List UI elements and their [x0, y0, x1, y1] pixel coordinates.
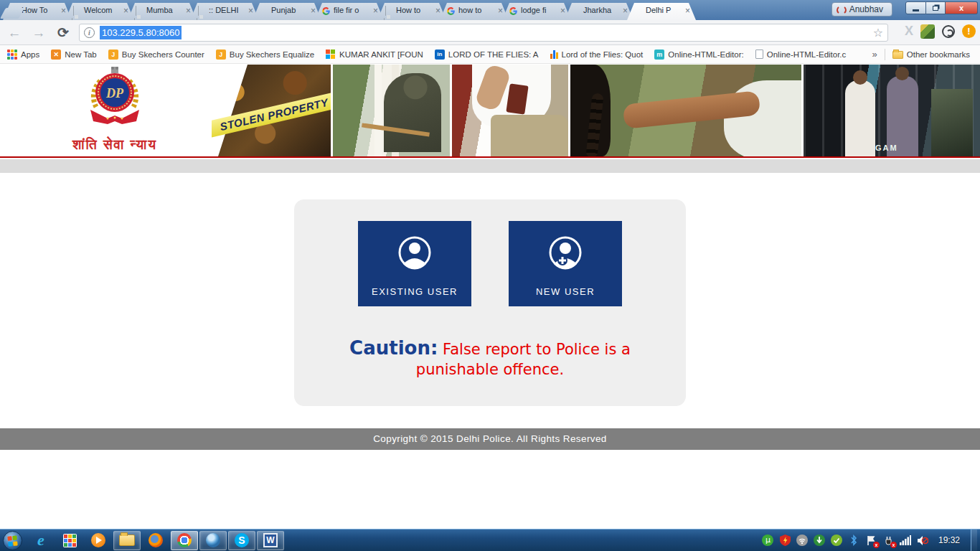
- bookmark-star-icon[interactable]: ☆: [873, 26, 883, 39]
- taskbar-firefox[interactable]: [142, 531, 169, 550]
- taskbar-media-player[interactable]: [85, 531, 112, 550]
- tab-close-icon[interactable]: ×: [61, 6, 66, 16]
- tab-close-icon[interactable]: ×: [186, 6, 191, 16]
- windows-logo-icon: [7, 535, 18, 546]
- game-extension-icon[interactable]: [920, 24, 935, 39]
- action-center-flag-icon[interactable]: x: [865, 534, 877, 547]
- bookmark-item[interactable]: J Buy Skechers Counter: [108, 50, 204, 60]
- disabled-extension-icon[interactable]: X: [905, 24, 913, 39]
- tab-close-icon[interactable]: ×: [248, 6, 253, 16]
- tab-label: How To: [22, 6, 47, 14]
- browser-profile-button[interactable]: Anubhav: [831, 2, 892, 17]
- bookmark-item[interactable]: KUMAR ANKIT [FOUN: [326, 50, 423, 60]
- existing-user-icon: [397, 235, 432, 270]
- tab-jharkhand[interactable]: Jharkha ×: [565, 3, 633, 20]
- tab-close-icon[interactable]: ×: [623, 6, 628, 16]
- network-signal-icon[interactable]: [900, 534, 912, 547]
- update-alert-icon[interactable]: !: [962, 24, 976, 38]
- back-icon[interactable]: ←: [6, 24, 23, 42]
- start-button[interactable]: [3, 531, 22, 550]
- bar-chart-icon: [550, 50, 558, 59]
- profile-sync-error-icon: [837, 5, 847, 15]
- profile-name: Anubhav: [849, 4, 883, 14]
- tab-close-icon[interactable]: ×: [685, 6, 690, 16]
- reload-icon[interactable]: ⟳: [55, 24, 72, 42]
- tab-delhi-police-active[interactable]: Delhi P ×: [627, 3, 696, 20]
- idm-download-icon[interactable]: [814, 534, 826, 547]
- taskbar-internet-explorer[interactable]: e: [27, 531, 55, 550]
- tab-welcome[interactable]: Welcom ×: [65, 3, 134, 20]
- page-info-icon[interactable]: i: [84, 27, 95, 38]
- utorrent-icon[interactable]: µ: [762, 534, 774, 547]
- taskbar-chrome-active[interactable]: [171, 531, 198, 550]
- tab-close-icon[interactable]: ×: [435, 6, 440, 16]
- tab-label: Punjab: [271, 6, 296, 14]
- taskbar-grid-app[interactable]: [56, 531, 83, 550]
- antivirus-shield-icon[interactable]: [779, 534, 791, 547]
- tab-close-icon[interactable]: ×: [311, 6, 316, 16]
- power-plug-icon[interactable]: x: [882, 534, 895, 547]
- tab-how-to-2[interactable]: How to ×: [377, 3, 446, 20]
- bookmarks-overflow-chevron[interactable]: »: [872, 49, 877, 60]
- page-icon: [197, 6, 207, 20]
- spiral-extension-icon[interactable]: [942, 25, 955, 38]
- address-bar[interactable]: i 103.229.5.80:8060 ☆: [79, 24, 888, 42]
- messenger-check-icon[interactable]: [831, 534, 843, 547]
- tab-close-icon[interactable]: ×: [123, 6, 128, 16]
- other-bookmarks-button[interactable]: Other bookmarks: [892, 50, 970, 59]
- motto-text: शांति सेवा न्याय: [39, 137, 190, 153]
- apps-grid-icon: [7, 50, 17, 60]
- tab-delhi-site[interactable]: :: DELHI ×: [190, 3, 259, 20]
- forward-icon[interactable]: →: [30, 24, 47, 42]
- minimize-button[interactable]: [905, 1, 926, 14]
- tab-file-fir[interactable]: file fir o ×: [315, 3, 384, 20]
- caution-message: Caution: False report to Police is a pun…: [294, 337, 686, 378]
- bookmark-item[interactable]: Online-HTML-Editor.c: [755, 50, 847, 59]
- tab-mumbai[interactable]: Mumba ×: [128, 3, 197, 20]
- close-button[interactable]: x: [946, 1, 978, 14]
- new-user-label: NEW USER: [509, 286, 622, 297]
- browser-orb-icon: [206, 533, 220, 547]
- apps-label: Apps: [21, 50, 39, 59]
- volume-muted-icon[interactable]: [917, 534, 929, 547]
- media-player-icon: [91, 533, 105, 547]
- url-text-selected[interactable]: 103.229.5.80:8060: [100, 26, 182, 39]
- taskbar-clock[interactable]: 19:32: [938, 535, 960, 545]
- bookmark-item[interactable]: m Online-HTML-Editor:: [654, 50, 743, 60]
- bookmark-item[interactable]: J Buy Skechers Equalize: [216, 50, 314, 60]
- grid-app-icon: [63, 534, 77, 547]
- tab-close-icon[interactable]: ×: [560, 6, 565, 16]
- tab-label: Delhi P: [646, 6, 671, 14]
- existing-user-button[interactable]: EXISTING USER: [358, 221, 471, 306]
- google-icon: [321, 6, 331, 17]
- show-desktop-button[interactable]: [971, 529, 977, 551]
- bookmark-item[interactable]: Lord of the Flies: Quot: [550, 50, 644, 59]
- bookmark-item[interactable]: in LORD OF THE FLIES: A: [435, 50, 539, 60]
- minimize-icon: [913, 9, 919, 11]
- page-icon: [134, 6, 144, 20]
- tab-close-icon[interactable]: ×: [498, 6, 503, 16]
- tab-how-to-3[interactable]: how to ×: [440, 3, 509, 20]
- taskbar-file-explorer[interactable]: [113, 531, 141, 550]
- new-user-button[interactable]: NEW USER: [509, 221, 622, 306]
- tab-lodge-fir[interactable]: lodge fi ×: [502, 3, 571, 20]
- restore-button[interactable]: [926, 1, 946, 14]
- taskbar-skype[interactable]: S: [228, 531, 255, 550]
- taskbar-word[interactable]: W: [257, 531, 284, 550]
- tab-label: Welcom: [84, 6, 113, 14]
- bluetooth-icon[interactable]: [848, 534, 860, 547]
- shop-sign-text: GAM: [875, 143, 898, 152]
- login-choice-card: EXISTING USER NEW USER Caution: False re…: [294, 199, 686, 406]
- tab-punjab[interactable]: Punjab ×: [253, 3, 321, 20]
- tab-close-icon[interactable]: ×: [373, 6, 378, 16]
- taskbar-browser-orb[interactable]: [199, 531, 227, 550]
- bookmark-item[interactable]: ✕ New Tab: [51, 50, 97, 60]
- skype-icon: S: [235, 533, 249, 547]
- apps-shortcut[interactable]: Apps: [7, 50, 39, 60]
- google-icon: [509, 6, 519, 17]
- banner-image-shop-theft: GAM: [804, 65, 980, 156]
- wireless-icon[interactable]: [796, 534, 809, 547]
- browser-toolbar: ← → ⟳ i 103.229.5.80:8060 ☆ X !: [0, 20, 980, 45]
- tab-label: Jharkha: [583, 6, 611, 14]
- windows-taskbar: e S W µ: [0, 529, 980, 551]
